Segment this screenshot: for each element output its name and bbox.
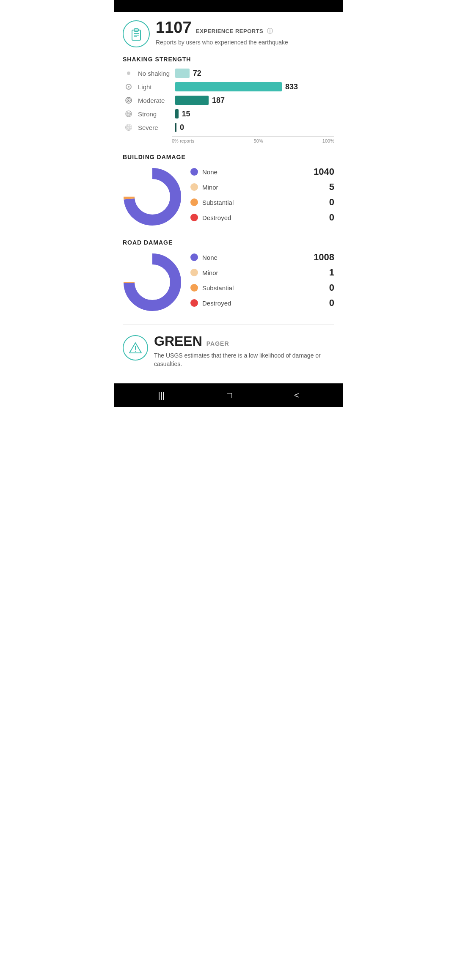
pager-section: GREEN PAGER The USGS estimates that ther… xyxy=(123,333,334,368)
shaking-dot-strong xyxy=(123,110,135,118)
road-legend-none: None 1008 xyxy=(190,252,334,263)
shaking-dot-none xyxy=(123,72,135,75)
info-icon[interactable]: ⓘ xyxy=(267,28,273,34)
building-value-none: 1040 xyxy=(313,166,334,177)
building-donut xyxy=(123,167,182,226)
shaking-label-light: Light xyxy=(138,83,172,91)
shaking-dot-severe xyxy=(123,124,135,131)
shaking-strength-section: SHAKING STRENGTH No shaking 72 Light 833 xyxy=(123,56,334,143)
svg-point-16 xyxy=(129,173,176,220)
pager-icon-wrap xyxy=(123,335,148,361)
svg-point-15 xyxy=(128,127,129,128)
building-legend-none: None 1040 xyxy=(190,166,334,177)
report-desc: Reports by users who experienced the ear… xyxy=(156,39,334,47)
report-count: 1107 xyxy=(156,19,192,36)
svg-point-18 xyxy=(129,259,176,306)
building-damage-body: None 1040 Minor 5 Substantial 0 Destroye… xyxy=(123,166,334,227)
section-divider xyxy=(123,325,334,325)
shaking-row-light: Light 833 xyxy=(123,82,334,91)
building-legend-destroyed: Destroyed 0 xyxy=(190,212,334,223)
building-damage-section: BUILDING DAMAGE None 1040 Minor xyxy=(123,154,334,227)
road-dot-none xyxy=(190,253,198,261)
svg-point-7 xyxy=(128,100,129,101)
shaking-row-moderate: Moderate 187 xyxy=(123,96,334,105)
axis-100: 100% xyxy=(322,138,334,143)
shaking-row-strong: Strong 15 xyxy=(123,109,334,118)
shaking-label-severe: Severe xyxy=(138,124,172,131)
building-legend-minor: Minor 5 xyxy=(190,182,334,193)
road-label-none: None xyxy=(202,254,309,261)
road-dot-minor xyxy=(190,269,198,276)
road-legend-minor: Minor 1 xyxy=(190,267,334,278)
header-text: 1107 EXPERIENCE REPORTS ⓘ Reports by use… xyxy=(156,19,334,47)
road-donut-svg xyxy=(123,253,182,312)
road-value-none: 1008 xyxy=(313,252,334,263)
shaking-bar-no-shaking: 72 xyxy=(175,69,334,78)
axis-0: 0% reports xyxy=(172,138,194,143)
clipboard-icon xyxy=(129,26,144,41)
road-legend: None 1008 Minor 1 Substantial 0 Destroye… xyxy=(190,252,334,313)
building-value-minor: 5 xyxy=(313,182,334,193)
road-label-substantial: Substantial xyxy=(202,284,309,292)
road-value-destroyed: 0 xyxy=(313,297,334,308)
road-damage-body: None 1008 Minor 1 Substantial 0 Destroye… xyxy=(123,252,334,313)
nav-recent-apps-icon[interactable]: ||| xyxy=(158,391,165,400)
building-value-substantial: 0 xyxy=(313,197,334,208)
road-value-minor: 1 xyxy=(313,267,334,278)
road-damage-section: ROAD DAMAGE None 1008 Minor xyxy=(123,239,334,313)
shaking-row-no-shaking: No shaking 72 xyxy=(123,69,334,78)
bar-axis: 0% reports 50% 100% xyxy=(172,136,334,143)
building-dot-substantial xyxy=(190,198,198,206)
building-donut-svg xyxy=(123,167,182,226)
shaking-bar-severe: 0 xyxy=(175,123,334,132)
road-legend-destroyed: Destroyed 0 xyxy=(190,297,334,308)
road-label-destroyed: Destroyed xyxy=(202,300,309,307)
svg-point-11 xyxy=(128,113,129,114)
shaking-strength-title: SHAKING STRENGTH xyxy=(123,56,334,63)
building-value-destroyed: 0 xyxy=(313,212,334,223)
nav-home-icon[interactable]: □ xyxy=(227,391,232,400)
building-label-destroyed: Destroyed xyxy=(202,214,309,221)
warning-icon xyxy=(128,341,143,355)
shaking-row-severe: Severe 0 xyxy=(123,123,334,132)
shaking-bar-light: 833 xyxy=(175,82,334,91)
building-label-minor: Minor xyxy=(202,184,309,191)
shaking-bar-moderate: 187 xyxy=(175,96,334,105)
report-label: EXPERIENCE REPORTS xyxy=(196,28,263,34)
shaking-bar-strong: 15 xyxy=(175,109,334,118)
shaking-dot-moderate xyxy=(123,96,135,104)
axis-50: 50% xyxy=(254,138,263,143)
nav-back-icon[interactable]: < xyxy=(294,391,299,400)
experience-reports-header: 1107 EXPERIENCE REPORTS ⓘ Reports by use… xyxy=(123,19,334,47)
road-value-substantial: 0 xyxy=(313,282,334,293)
shaking-label-moderate: Moderate xyxy=(138,97,172,104)
road-label-minor: Minor xyxy=(202,269,309,276)
pager-label: PAGER xyxy=(206,340,229,347)
shaking-label-no-shaking: No shaking xyxy=(138,70,172,77)
building-legend-substantial: Substantial 0 xyxy=(190,197,334,208)
building-dot-minor xyxy=(190,183,198,191)
shaking-label-strong: Strong xyxy=(138,110,172,118)
bottom-navigation-bar: ||| □ < xyxy=(114,383,343,407)
pager-desc: The USGS estimates that there is a low l… xyxy=(154,352,334,368)
building-dot-none xyxy=(190,168,198,176)
building-label-none: None xyxy=(202,168,309,176)
road-legend-substantial: Substantial 0 xyxy=(190,282,334,293)
building-legend: None 1040 Minor 5 Substantial 0 Destroye… xyxy=(190,166,334,227)
building-damage-title: BUILDING DAMAGE xyxy=(123,154,334,160)
road-dot-destroyed xyxy=(190,299,198,307)
road-donut xyxy=(123,253,182,312)
road-damage-title: ROAD DAMAGE xyxy=(123,239,334,246)
pager-text: GREEN PAGER The USGS estimates that ther… xyxy=(154,333,334,368)
road-dot-substantial xyxy=(190,284,198,292)
top-status-bar xyxy=(114,0,343,12)
pager-color-label: GREEN xyxy=(154,333,202,349)
shaking-dot-light xyxy=(123,84,135,90)
building-label-substantial: Substantial xyxy=(202,199,309,206)
pager-title-row: GREEN PAGER xyxy=(154,333,334,349)
building-dot-destroyed xyxy=(190,214,198,221)
clipboard-icon-wrap xyxy=(123,20,150,47)
svg-point-14 xyxy=(127,126,130,129)
svg-point-22 xyxy=(135,351,136,352)
